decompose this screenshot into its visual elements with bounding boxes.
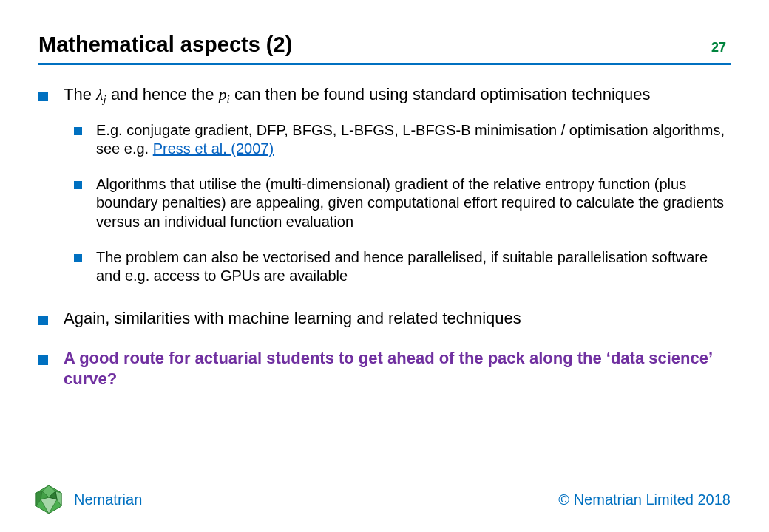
- bullet-level2: Algorithms that utilise the (multi-dimen…: [74, 175, 731, 232]
- bullet-text: Again, similarities with machine learnin…: [64, 308, 731, 329]
- bullet-text: E.g. conjugate gradient, DFP, BFGS, L-BF…: [96, 121, 731, 159]
- bullet-text: Algorithms that utilise the (multi-dimen…: [96, 175, 731, 232]
- text-fragment: The: [64, 85, 96, 103]
- bullet-level2: E.g. conjugate gradient, DFP, BFGS, L-BF…: [74, 121, 731, 159]
- bullet-level1: A good route for actuarial students to g…: [38, 348, 731, 389]
- bullet-icon: [74, 175, 96, 232]
- bullet-level2: The problem can also be vectorised and h…: [74, 248, 731, 286]
- footer: Nematrian © Nematrian Limited 2018: [0, 483, 769, 516]
- header: Mathematical aspects (2) 27: [38, 33, 731, 57]
- bullet-icon: [74, 248, 96, 286]
- bullet-text: The λj and hence the pi can then be foun…: [64, 84, 731, 106]
- bullet-text: The problem can also be vectorised and h…: [96, 248, 731, 286]
- bullet-icon: [38, 348, 64, 389]
- page-number: 27: [711, 40, 731, 57]
- bullet-icon: [38, 308, 64, 329]
- text-fragment: and hence the: [106, 85, 219, 103]
- bullet-text-emphasis: A good route for actuarial students to g…: [64, 348, 731, 389]
- sub-bullet-group: E.g. conjugate gradient, DFP, BFGS, L-BF…: [74, 121, 731, 286]
- bullet-level1: Again, similarities with machine learnin…: [38, 308, 731, 329]
- content: The λj and hence the pi can then be foun…: [38, 84, 731, 389]
- bullet-level1: The λj and hence the pi can then be foun…: [38, 84, 731, 106]
- bullet-icon: [74, 121, 96, 159]
- brand-name: Nematrian: [74, 491, 142, 508]
- slide-title: Mathematical aspects (2): [38, 33, 292, 57]
- copyright: © Nematrian Limited 2018: [558, 491, 731, 508]
- math-symbol-p: p: [219, 85, 227, 103]
- text-fragment: can then be found using standard optimis…: [230, 85, 651, 103]
- reference-link[interactable]: Press et al. (2007): [153, 140, 274, 157]
- footer-left: Nematrian: [33, 483, 142, 516]
- slide: Mathematical aspects (2) 27 The λj and h…: [0, 0, 769, 532]
- math-symbol-lambda: λ: [96, 85, 104, 103]
- bullet-icon: [38, 84, 64, 106]
- title-rule: [38, 63, 731, 65]
- logo-icon: [33, 483, 65, 516]
